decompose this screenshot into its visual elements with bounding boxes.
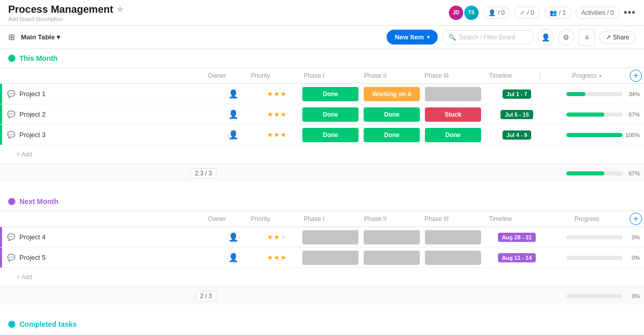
row-phase2-cell[interactable]: Done bbox=[361, 128, 422, 142]
row-phase2-cell[interactable]: Done bbox=[361, 107, 422, 122]
table-switcher[interactable]: Main Table ▾ bbox=[17, 31, 64, 43]
phase2-badge[interactable]: Done bbox=[364, 128, 420, 142]
timeline-badge[interactable]: Jul 5 - 15 bbox=[500, 110, 533, 119]
row-name-text[interactable]: Project 1 bbox=[19, 90, 45, 98]
row-phase3-cell[interactable] bbox=[422, 87, 484, 101]
phase2-badge[interactable]: Working on it bbox=[364, 87, 420, 101]
row-phase2-cell[interactable] bbox=[361, 230, 422, 244]
avatar-user2[interactable]: TS bbox=[464, 6, 479, 20]
owner-avatar[interactable]: 👤 bbox=[227, 129, 240, 141]
add-row-label-nm: + Add bbox=[16, 274, 32, 281]
new-item-button[interactable]: New Item ▾ bbox=[387, 30, 438, 44]
summary-priority-badge-nm: 2 / 3 bbox=[196, 291, 217, 301]
row-name-text[interactable]: Project 4 bbox=[19, 233, 45, 241]
owner-avatar[interactable]: 👤 bbox=[227, 252, 240, 264]
col-phase2-header-nm: Phase II bbox=[345, 215, 406, 222]
row-phase1-cell[interactable]: Done bbox=[300, 87, 361, 101]
add-column-button-this-month[interactable]: + bbox=[630, 70, 642, 82]
progress-chevron-icon[interactable]: ▾ bbox=[599, 73, 602, 79]
row-phase1-cell[interactable]: Done bbox=[300, 128, 361, 142]
phase3-badge[interactable] bbox=[425, 230, 481, 244]
summary-priority-cell-nm: 2 / 3 bbox=[2, 291, 222, 301]
phase2-badge[interactable] bbox=[364, 230, 420, 244]
user-stat[interactable]: 👥 / 1 bbox=[544, 7, 571, 19]
phase2-badge[interactable]: Done bbox=[364, 107, 420, 122]
add-column-button-next-month[interactable]: + bbox=[630, 213, 642, 225]
row-name-text[interactable]: Project 2 bbox=[19, 110, 45, 118]
row-priority-cell[interactable]: ★★★ bbox=[254, 131, 300, 139]
timeline-badge[interactable]: Jul 4 - 9 bbox=[503, 130, 532, 140]
group-this-month-header: This Month bbox=[0, 49, 644, 68]
row-phase1-cell[interactable]: Done bbox=[300, 107, 361, 122]
comment-icon[interactable]: 💬 bbox=[7, 110, 15, 118]
group-completed-name[interactable]: Completed tasks bbox=[19, 320, 77, 328]
share-button[interactable]: ↗ Share bbox=[599, 31, 636, 44]
row-priority-cell[interactable]: ★★★ bbox=[254, 90, 300, 98]
timeline-badge[interactable]: Aug 11 - 14 bbox=[498, 253, 536, 262]
activities-stat[interactable]: Activities / 0 bbox=[576, 7, 619, 19]
phase1-badge[interactable] bbox=[302, 251, 359, 265]
phase3-badge[interactable]: Done bbox=[425, 128, 481, 142]
group-next-month: Next Month Owner Priority Phase I Phase … bbox=[0, 192, 644, 305]
row-name-text[interactable]: Project 5 bbox=[19, 254, 45, 261]
search-bar[interactable]: 🔍 Search / Filter Board bbox=[442, 30, 534, 44]
row-phase1-cell[interactable] bbox=[300, 251, 361, 265]
row-owner-cell: 👤 bbox=[213, 252, 254, 264]
phase3-badge[interactable] bbox=[425, 87, 481, 101]
row-phase3-cell[interactable] bbox=[422, 251, 484, 265]
owner-avatar[interactable]: 👤 bbox=[227, 108, 240, 121]
phase1-badge[interactable]: Done bbox=[302, 128, 359, 142]
row-phase2-cell[interactable] bbox=[361, 251, 422, 265]
avatar-user1[interactable]: JD bbox=[449, 6, 463, 20]
owner-avatar[interactable]: 👤 bbox=[227, 231, 240, 243]
comment-icon[interactable]: 💬 bbox=[7, 90, 15, 98]
timeline-badge[interactable]: Aug 28 - 31 bbox=[498, 233, 536, 242]
row-timeline-cell[interactable]: Aug 11 - 14 bbox=[484, 253, 550, 262]
row-phase3-cell[interactable]: Done bbox=[422, 128, 484, 142]
progress-bar-fill bbox=[566, 92, 585, 96]
row-name-text[interactable]: Project 3 bbox=[19, 131, 45, 139]
star-icon[interactable]: ★ bbox=[116, 5, 124, 14]
check-stat[interactable]: ✓ / 0 bbox=[514, 7, 539, 19]
title-area: Process Management ★ Add board descripti… bbox=[8, 4, 124, 22]
phase3-badge[interactable] bbox=[425, 251, 481, 265]
row-timeline-cell[interactable]: Jul 4 - 9 bbox=[484, 130, 550, 140]
row-phase3-cell[interactable]: Stuck bbox=[422, 107, 484, 122]
person-stat[interactable]: 👤 / 0 bbox=[483, 7, 510, 19]
group-next-month-name[interactable]: Next Month bbox=[19, 197, 58, 206]
row-timeline-cell[interactable]: Aug 28 - 31 bbox=[484, 233, 550, 242]
row-priority-cell[interactable]: ★★★ bbox=[254, 233, 300, 241]
owner-avatar[interactable]: 👤 bbox=[227, 88, 240, 100]
table-row: 💬 Project 4 👤 ★★★ bbox=[0, 227, 644, 248]
group-this-month-name[interactable]: This Month bbox=[19, 54, 58, 62]
add-row-next-month[interactable]: + Add bbox=[0, 268, 644, 286]
timeline-badge[interactable]: Jul 1 - 7 bbox=[503, 90, 532, 99]
col-options-icon[interactable]: ⋮ bbox=[534, 71, 546, 81]
new-item-chevron-icon: ▾ bbox=[427, 34, 430, 40]
row-name-cell: 💬 Project 3 bbox=[2, 131, 213, 139]
row-priority-cell[interactable]: ★★★ bbox=[254, 254, 300, 261]
row-phase2-cell[interactable]: Working on it bbox=[361, 87, 422, 101]
comment-icon[interactable]: 💬 bbox=[7, 233, 15, 241]
header-right: JD TS 👤 / 0 ✓ / 0 👥 / 1 Activities / 0 •… bbox=[449, 6, 636, 20]
row-phase1-cell[interactable] bbox=[300, 230, 361, 244]
more-options-button[interactable]: ••• bbox=[624, 7, 636, 18]
row-phase3-cell[interactable] bbox=[422, 230, 484, 244]
comment-icon[interactable]: 💬 bbox=[7, 131, 15, 139]
comment-icon[interactable]: 💬 bbox=[7, 254, 15, 261]
row-timeline-cell[interactable]: Jul 1 - 7 bbox=[484, 90, 550, 99]
row-progress-cell: 34% bbox=[562, 91, 644, 97]
check-icon: ✓ bbox=[520, 9, 525, 16]
phase1-badge[interactable]: Done bbox=[302, 87, 359, 101]
add-row-this-month[interactable]: + Add bbox=[0, 145, 644, 164]
phase2-badge[interactable] bbox=[364, 251, 420, 265]
row-priority-cell[interactable]: ★★★ bbox=[254, 110, 300, 118]
person-filter-button[interactable]: 👤 bbox=[538, 29, 554, 46]
phase1-badge[interactable] bbox=[302, 230, 359, 244]
settings-button[interactable]: ⚙ bbox=[558, 29, 575, 46]
filter-button[interactable]: ≡ bbox=[579, 29, 595, 46]
row-timeline-cell[interactable]: Jul 5 - 15 bbox=[484, 110, 550, 119]
phase1-badge[interactable]: Done bbox=[302, 107, 359, 122]
phase3-badge[interactable]: Stuck bbox=[425, 107, 481, 122]
board-description[interactable]: Add board description bbox=[8, 16, 124, 22]
